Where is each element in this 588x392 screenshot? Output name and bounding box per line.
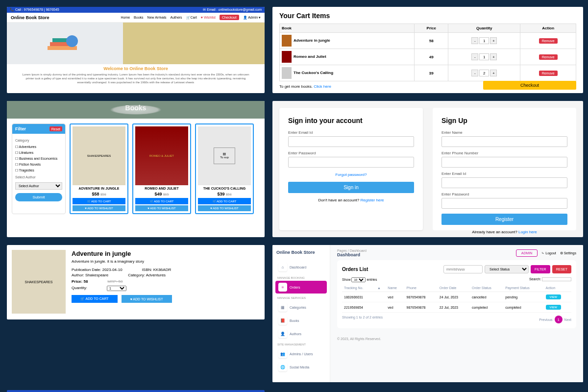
password-input[interactable] <box>288 157 414 168</box>
add-to-cart-button[interactable]: 🛒 ADD TO CART <box>135 198 188 204</box>
col-tracking[interactable]: Tracking No. <box>342 284 375 292</box>
page-number[interactable]: 1 <box>555 316 563 323</box>
cat-checkbox[interactable]: ☐ Adventures <box>15 144 62 150</box>
submit-button[interactable]: Submit <box>15 193 62 201</box>
status-select[interactable]: Select Status <box>485 265 529 273</box>
password-label: Enter Password <box>288 151 414 155</box>
add-to-cart-button[interactable]: 🛒 ADD TO CART <box>198 198 251 204</box>
cat-checkbox[interactable]: ☐ Tragedies <box>15 168 62 173</box>
remove-button[interactable]: Remove <box>539 54 558 60</box>
qty-minus-button[interactable]: - <box>471 37 478 44</box>
date-input[interactable] <box>443 265 483 273</box>
orders-table: Tracking No.▲ Name Phone Order Date Orde… <box>342 284 571 313</box>
sidebar-item-categories[interactable]: ▦Categories <box>275 301 327 314</box>
checkout-button[interactable]: Checkout <box>220 15 239 20</box>
email-input[interactable] <box>288 136 414 147</box>
topbar: 📞 Call : 9796549878 | 9876545 ✉ Email : … <box>7 7 265 13</box>
register-button[interactable]: Register <box>441 214 567 225</box>
login-link[interactable]: Login here <box>518 230 537 234</box>
reset-button[interactable]: Reset <box>49 126 62 131</box>
reset-button[interactable]: RESET <box>552 265 571 273</box>
filter-button[interactable]: FILTER <box>531 265 550 273</box>
col-date[interactable]: Order Date <box>438 284 470 292</box>
click-here-link[interactable]: Click here <box>314 84 331 89</box>
signin-button[interactable]: Sign in <box>288 182 414 193</box>
book-price: 49 <box>429 55 434 59</box>
email-label: Enter Email Id <box>441 172 567 176</box>
book-title: ROMEO AND JULIET <box>135 187 188 190</box>
nav-cart[interactable]: 🛒Cart <box>186 16 197 20</box>
breadcrumb: Pages / Dashboard <box>337 249 367 252</box>
col-action: Action <box>544 284 571 292</box>
password-input[interactable] <box>441 198 567 209</box>
qty-minus-button[interactable]: - <box>471 70 478 76</box>
author-select[interactable]: Select Author <box>15 182 62 190</box>
logout-link[interactable]: ⤷ Logout <box>541 251 556 255</box>
name-input[interactable] <box>441 136 567 147</box>
add-to-wishlist-button[interactable]: ♥ ADD TO WISHLIST <box>135 205 188 211</box>
nav-admin[interactable]: 👤 Admin ▾ <box>243 16 261 20</box>
admin-button[interactable]: ADMIN <box>516 249 538 257</box>
email-input[interactable] <box>441 177 567 188</box>
qty-select[interactable]: 1 <box>107 286 126 291</box>
next-button[interactable]: Next <box>564 318 571 321</box>
cat-checkbox[interactable]: ☐ Business and Economics <box>15 156 62 162</box>
remove-button[interactable]: Remove <box>539 71 558 76</box>
sidebar-item-dashboard[interactable]: ⌂Dashboard <box>275 261 327 273</box>
col-price: Price <box>415 24 448 33</box>
book-card: 🖼To sup THE CUCKOO'S CALLING $39 $58 🛒 A… <box>195 123 254 214</box>
search-input[interactable] <box>542 277 571 281</box>
entries-select[interactable]: 10 <box>351 277 366 282</box>
phone-input[interactable] <box>441 157 567 168</box>
view-button[interactable]: VIEW <box>546 294 561 299</box>
showing-text: Showing 1 to 2 of 2 entries <box>342 316 383 323</box>
sidebar-item-authors[interactable]: 👤Authors <box>275 327 327 340</box>
view-button[interactable]: VIEW <box>546 305 561 310</box>
qty-input[interactable] <box>479 70 489 76</box>
qty-plus-button[interactable]: + <box>490 70 497 76</box>
add-to-cart-button[interactable]: 🛒 ADD TO CART <box>73 198 125 204</box>
orders-card: Orders List Select Status FILTER RESET S… <box>337 260 576 328</box>
forgot-password-link[interactable]: Forgot password? <box>288 172 414 177</box>
nav-authors[interactable]: Authers <box>170 16 182 19</box>
nav-newarrivals[interactable]: New Arrivals <box>147 16 167 19</box>
nav-home[interactable]: Home <box>121 16 130 19</box>
nav-wishlist[interactable]: ♥ Wishlist <box>201 16 216 19</box>
sidebar-item-books[interactable]: 📕Books <box>275 314 327 327</box>
qty-minus-button[interactable]: - <box>471 53 478 60</box>
email-label: Enter Email Id <box>288 130 414 135</box>
qty-input[interactable] <box>479 53 489 60</box>
sidebar-item-social[interactable]: 🌐Social Media <box>275 361 327 373</box>
sidebar-item-orders[interactable]: ≡Orders <box>275 281 327 294</box>
settings-link[interactable]: ⚙ Settings <box>560 251 576 255</box>
svg-point-3 <box>66 35 78 47</box>
order-row: 2219569854ved987654987822 Jul, 2023compl… <box>342 302 571 313</box>
sidebar: Online Book Store ⌂Dashboard MANAGE BOOK… <box>272 245 330 382</box>
qty-input[interactable] <box>479 37 489 44</box>
add-to-cart-button[interactable]: 🛒 ADD TO CART <box>72 295 118 303</box>
cat-checkbox[interactable]: ☐ Fiction Novels <box>15 162 62 168</box>
qty-plus-button[interactable]: + <box>490 53 497 60</box>
cat-checkbox[interactable]: ☐ Litratures <box>15 150 62 156</box>
add-to-wishlist-button[interactable]: ♥ ADD TO WISHLIST <box>73 205 125 211</box>
filter-label: Filter <box>15 126 26 131</box>
book-title: Romeo and Juliet <box>294 54 326 59</box>
register-link[interactable]: Register here <box>361 198 384 202</box>
add-to-wishlist-button[interactable]: ♥ ADD TO WISHLIST <box>198 205 251 211</box>
book-cover[interactable]: 🖼To sup <box>198 126 251 185</box>
section-label: SITE MANAGEMENT <box>275 343 327 346</box>
sidebar-item-admins[interactable]: 👥Admins / Users <box>275 347 327 360</box>
book-cover[interactable]: SHAKESPEARES <box>73 126 125 185</box>
author-label: Select Author <box>15 175 62 179</box>
col-name[interactable]: Name <box>386 284 404 292</box>
qty-plus-button[interactable]: + <box>490 37 497 44</box>
col-status[interactable]: Order Status <box>470 284 503 292</box>
remove-button[interactable]: Remove <box>539 38 558 44</box>
col-phone[interactable]: Phone <box>405 284 438 292</box>
col-payment[interactable]: Payment Status <box>503 284 543 292</box>
checkout-button[interactable]: Checkout <box>483 81 576 90</box>
add-to-wishlist-button[interactable]: ♥ ADD TO WISHLIST <box>122 295 172 303</box>
book-cover[interactable]: ROMEO & JULIET <box>135 126 188 185</box>
prev-button[interactable]: Previous <box>539 318 552 321</box>
nav-books[interactable]: Books <box>134 16 143 19</box>
